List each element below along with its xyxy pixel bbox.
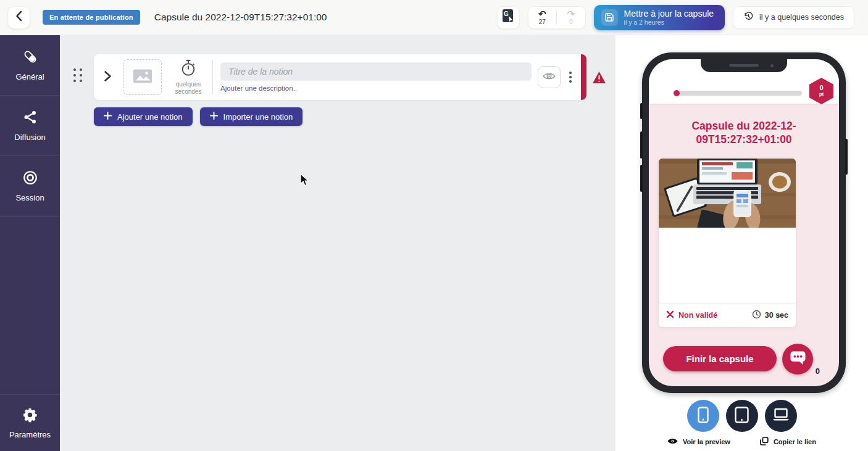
device-tablet-button[interactable] xyxy=(726,400,758,432)
notion-cover-image xyxy=(659,159,796,228)
gear-icon xyxy=(22,407,38,425)
translate-icon: G xyxy=(501,8,515,27)
image-placeholder-icon xyxy=(133,68,152,86)
points-unit: pt xyxy=(819,91,824,97)
comments-button[interactable] xyxy=(782,344,813,374)
page-title: Capsule du 2022-12-09T15:27:32+01:00 xyxy=(154,12,327,23)
topbar: En attente de publication Capsule du 202… xyxy=(0,0,868,35)
plus-icon xyxy=(210,112,218,122)
undo-icon: ↶ xyxy=(538,9,546,19)
update-capsule-button[interactable]: Mettre à jour la capsule il y a 2 heures xyxy=(594,5,725,30)
mouse-cursor-icon xyxy=(299,173,310,189)
preview-capsule-title: Capsule du 2022-12-09T15:27:32+01:00 xyxy=(649,119,839,147)
progress-indicator xyxy=(674,90,680,96)
plus-icon xyxy=(104,112,112,122)
add-description-link[interactable]: Ajouter une description.. xyxy=(220,85,532,92)
translate-button[interactable]: G xyxy=(497,6,520,29)
view-preview-label: Voir la preview xyxy=(683,438,730,445)
status-badge: En attente de publication xyxy=(43,10,140,25)
device-phone-button[interactable] xyxy=(687,400,719,432)
back-button[interactable] xyxy=(7,6,30,29)
notion-title-input[interactable] xyxy=(220,62,532,81)
update-button-label: Mettre à jour la capsule xyxy=(624,9,714,19)
last-saved-label: il y a quelques secondes xyxy=(759,13,844,22)
notion-preview-card[interactable]: Non validé 30 sec xyxy=(659,159,796,327)
chat-bubble-icon xyxy=(790,350,806,368)
copy-icon xyxy=(760,437,769,447)
notion-duration: quelques secondes xyxy=(168,59,209,96)
update-button-sublabel: il y a 2 heures xyxy=(624,19,664,27)
eye-icon xyxy=(543,72,556,83)
undo-button[interactable]: ↶ 27 xyxy=(528,9,557,25)
add-notion-button[interactable]: Ajouter une notion xyxy=(94,107,193,126)
card-body xyxy=(659,228,796,303)
notion-media-placeholder[interactable] xyxy=(123,59,162,95)
add-notion-label: Ajouter une notion xyxy=(117,112,183,122)
x-icon xyxy=(666,310,674,320)
points-value: 0 xyxy=(819,85,823,91)
sidebar-item-parametres[interactable]: Paramètres xyxy=(0,394,60,451)
notion-menu-button[interactable] xyxy=(565,72,575,83)
redo-button[interactable]: ↷ 0 xyxy=(557,9,585,25)
sidebar-item-label: Diffusion xyxy=(14,133,45,142)
expand-notion-button[interactable] xyxy=(104,70,114,85)
device-selector xyxy=(616,400,868,432)
sidebar-item-session[interactable]: Session xyxy=(0,156,60,217)
stopwatch-icon xyxy=(180,59,196,79)
sidebar-item-diffusion[interactable]: Diffusion xyxy=(0,96,60,156)
svg-text:G: G xyxy=(504,10,509,17)
laptop-icon xyxy=(772,408,790,424)
share-icon xyxy=(22,109,38,128)
capsule-pill-icon xyxy=(22,49,38,67)
card-duration-label: 30 sec xyxy=(765,311,788,320)
record-icon xyxy=(22,170,38,188)
save-icon xyxy=(601,9,618,26)
phone-mockup: 0 pt Capsule du 2022-12-09T15:27:32+01:0… xyxy=(642,52,846,393)
chevron-right-icon xyxy=(104,70,112,85)
eye-filled-icon xyxy=(667,437,678,446)
chevron-left-icon xyxy=(14,10,24,24)
phone-notch xyxy=(701,59,787,72)
drag-handle[interactable] xyxy=(73,68,82,82)
finish-capsule-button[interactable]: Finir la capsule xyxy=(663,346,777,371)
undo-redo-group: ↶ 27 ↷ 0 xyxy=(528,6,586,29)
smartphone-icon xyxy=(696,407,710,426)
preview-panel: 0 pt Capsule du 2022-12-09T15:27:32+01:0… xyxy=(616,35,868,451)
history-icon xyxy=(743,11,754,24)
main-editor-area: quelques secondes Ajouter une descriptio… xyxy=(60,35,616,451)
sidebar-item-label: Général xyxy=(15,72,44,81)
view-preview-link[interactable]: Voir la preview xyxy=(667,437,730,446)
progress-bar xyxy=(674,91,802,96)
import-notion-button[interactable]: Importer une notion xyxy=(200,107,303,126)
phone-screen: 0 pt Capsule du 2022-12-09T15:27:32+01:0… xyxy=(649,59,839,386)
tablet-icon xyxy=(734,407,749,426)
import-notion-label: Importer une notion xyxy=(223,112,293,122)
device-laptop-button[interactable] xyxy=(765,400,797,432)
comments-count: 0 xyxy=(816,366,820,376)
sidebar: Général Diffusion Session Paramètre xyxy=(0,35,60,451)
preview-notion-button[interactable] xyxy=(538,66,561,88)
copy-link-link[interactable]: Copier le lien xyxy=(760,437,816,447)
last-saved-button[interactable]: il y a quelques secondes xyxy=(733,6,854,29)
sidebar-item-label: Session xyxy=(15,193,44,202)
clock-icon xyxy=(752,310,761,321)
card-footer: Non validé 30 sec xyxy=(659,303,796,327)
redo-icon: ↷ xyxy=(567,9,575,19)
undo-count: 27 xyxy=(539,19,546,25)
notion-duration-label: quelques secondes xyxy=(170,81,206,96)
sidebar-item-label: Paramètres xyxy=(9,430,51,439)
redo-count: 0 xyxy=(569,19,573,25)
sidebar-item-general[interactable]: Général xyxy=(0,35,60,96)
notion-row: quelques secondes Ajouter une descriptio… xyxy=(94,54,586,100)
copy-link-label: Copier le lien xyxy=(774,438,816,445)
preview-links: Voir la preview Copier le lien xyxy=(616,437,868,447)
card-status-label: Non validé xyxy=(678,311,717,320)
warning-icon xyxy=(592,71,606,86)
invalid-indicator-bar xyxy=(581,54,586,100)
